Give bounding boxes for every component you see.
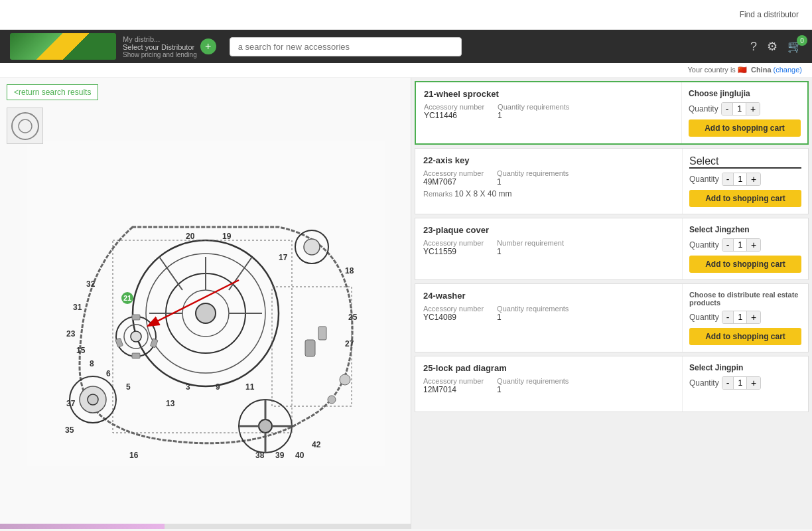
country-flag: 🇨🇳 bbox=[738, 66, 747, 74]
svg-point-14 bbox=[131, 331, 141, 342]
bottom-bar bbox=[0, 524, 411, 529]
add-cart-btn-24[interactable]: Add to shopping cart bbox=[689, 328, 801, 345]
qty-label-25: Quantity bbox=[689, 378, 719, 388]
acc-label-23: Accessory number bbox=[423, 239, 484, 247]
part-info-25: 25-lock pad diagram Accessory number 12M… bbox=[415, 356, 682, 412]
settings-icon[interactable]: ⚙ bbox=[767, 39, 778, 54]
svg-rect-16 bbox=[150, 339, 158, 348]
svg-text:15: 15 bbox=[76, 346, 86, 355]
remarks-label-22: Remarks bbox=[423, 190, 452, 198]
part-card-25: 25-lock pad diagram Accessory number 12M… bbox=[415, 356, 809, 412]
part-name-24: 24-washer bbox=[423, 291, 674, 301]
part-name-25: 25-lock pad diagram bbox=[423, 363, 674, 373]
help-icon[interactable]: ? bbox=[750, 40, 757, 54]
qty-plus-22[interactable]: + bbox=[747, 173, 760, 185]
qty-req-label-23: Number requirement bbox=[497, 239, 564, 247]
qty-plus-24[interactable]: + bbox=[747, 311, 760, 323]
qty-control-22: - 1 + bbox=[722, 173, 762, 186]
quantity-row-24: Quantity - 1 + bbox=[689, 311, 801, 324]
qty-minus-25[interactable]: - bbox=[722, 377, 734, 389]
distributor-label-21: Choose jinglujia bbox=[689, 89, 801, 98]
quantity-row-22: Quantity - 1 + bbox=[689, 173, 801, 186]
qty-plus-23[interactable]: + bbox=[747, 239, 760, 251]
svg-text:6: 6 bbox=[106, 369, 111, 378]
acc-value-23: YC11559 bbox=[423, 247, 484, 256]
qty-minus-24[interactable]: - bbox=[722, 311, 734, 323]
qty-control-21: - 1 + bbox=[721, 102, 761, 115]
svg-text:32: 32 bbox=[86, 279, 96, 289]
svg-text:3: 3 bbox=[186, 382, 190, 392]
svg-text:13: 13 bbox=[166, 399, 175, 408]
svg-point-1 bbox=[19, 119, 32, 133]
qty-value-22: 1 bbox=[733, 173, 747, 185]
right-panel[interactable]: 21-wheel sprocket Accessory number YC114… bbox=[411, 78, 812, 529]
svg-point-20 bbox=[304, 239, 320, 255]
svg-text:38: 38 bbox=[255, 451, 265, 460]
brand-logo bbox=[10, 33, 116, 60]
qty-value-21: 1 bbox=[732, 103, 746, 115]
diagram-area[interactable]: 17 20 21 21 32 31 23 19 18 25 27 11 9 3 … bbox=[0, 78, 411, 529]
svg-point-6 bbox=[196, 303, 216, 323]
qty-value-25: 1 bbox=[733, 377, 747, 389]
qty-req-value-24: 1 bbox=[497, 313, 569, 322]
part-remarks-22: Remarks 10 X 8 X 40 mm bbox=[423, 189, 674, 198]
part-name-23: 23-plaque cover bbox=[423, 225, 674, 235]
search-input[interactable] bbox=[230, 37, 462, 56]
part-actions-22: Select Quantity - 1 + Add to shopping ca… bbox=[682, 149, 808, 214]
country-bar: Your country is 🇨🇳 China (change) bbox=[0, 63, 812, 78]
qty-label-22: Quantity bbox=[689, 175, 719, 184]
select-distributor-label: Select your Distributor bbox=[123, 43, 194, 51]
distributor-button[interactable]: My distrib... Select your Distributor Sh… bbox=[123, 35, 197, 58]
qty-req-value-25: 1 bbox=[497, 385, 569, 394]
qty-minus-21[interactable]: - bbox=[722, 103, 733, 115]
svg-point-33 bbox=[328, 396, 336, 404]
nav-left: My distrib... Select your Distributor Sh… bbox=[123, 35, 216, 58]
add-cart-btn-22[interactable]: Add to shopping cart bbox=[689, 190, 801, 207]
qty-minus-22[interactable]: - bbox=[722, 173, 734, 185]
svg-text:5: 5 bbox=[126, 382, 131, 392]
part-info-21: 21-wheel sprocket Accessory number YC114… bbox=[416, 82, 681, 143]
part-card-23: 23-plaque cover Accessory number YC11559… bbox=[415, 218, 809, 280]
acc-value-24: YC14089 bbox=[423, 313, 484, 322]
part-actions-24: Choose to distribute real estate product… bbox=[682, 284, 808, 352]
thumbnail bbox=[7, 108, 43, 144]
change-country-link[interactable]: (change) bbox=[774, 66, 802, 74]
qty-req-label-25: Quantity requirements bbox=[497, 377, 569, 385]
svg-text:27: 27 bbox=[345, 339, 354, 348]
part-name-21: 21-wheel sprocket bbox=[424, 89, 673, 99]
distributor-label-25: Select Jingpin bbox=[689, 363, 801, 372]
find-distributor-link[interactable]: Find a distributor bbox=[740, 10, 799, 19]
svg-point-23 bbox=[88, 394, 98, 405]
qty-control-25: - 1 + bbox=[722, 376, 762, 390]
part-actions-23: Select Jingzhen Quantity - 1 + Add to sh… bbox=[682, 218, 808, 279]
nav-icons: ? ⚙ 🛒 0 bbox=[750, 39, 802, 54]
main-content: <return search results bbox=[0, 78, 812, 529]
qty-req-value-22: 1 bbox=[497, 177, 569, 187]
part-info-22: 22-axis key Accessory number 49M7067 Qua… bbox=[415, 149, 682, 214]
svg-text:9: 9 bbox=[216, 382, 220, 392]
svg-line-8 bbox=[229, 257, 252, 290]
part-card-24: 24-washer Accessory number YC14089 Quant… bbox=[415, 283, 809, 352]
top-bar: Find a distributor bbox=[0, 0, 812, 30]
svg-text:18: 18 bbox=[345, 266, 354, 275]
acc-value-21: YC11446 bbox=[424, 111, 484, 120]
svg-text:8: 8 bbox=[90, 359, 94, 368]
svg-text:31: 31 bbox=[73, 303, 82, 312]
add-cart-btn-21[interactable]: Add to shopping cart bbox=[689, 119, 801, 137]
svg-text:37: 37 bbox=[66, 399, 76, 408]
svg-rect-17 bbox=[132, 315, 140, 320]
qty-minus-23[interactable]: - bbox=[722, 239, 734, 251]
cart-wrapper[interactable]: 🛒 0 bbox=[787, 39, 802, 54]
part-info-23: 23-plaque cover Accessory number YC11559… bbox=[415, 218, 682, 279]
remarks-value-22: 10 X 8 X 40 mm bbox=[454, 189, 511, 198]
qty-plus-25[interactable]: + bbox=[747, 377, 760, 389]
svg-text:19: 19 bbox=[222, 232, 232, 241]
return-search-btn[interactable]: <return search results bbox=[7, 84, 98, 100]
qty-plus-21[interactable]: + bbox=[746, 103, 760, 115]
add-button[interactable]: + bbox=[200, 38, 216, 54]
svg-point-32 bbox=[340, 374, 350, 385]
qty-control-24: - 1 + bbox=[722, 311, 762, 324]
country-text: Your country is bbox=[687, 66, 735, 74]
add-cart-btn-23[interactable]: Add to shopping cart bbox=[689, 256, 801, 273]
left-panel: <return search results bbox=[0, 78, 411, 529]
